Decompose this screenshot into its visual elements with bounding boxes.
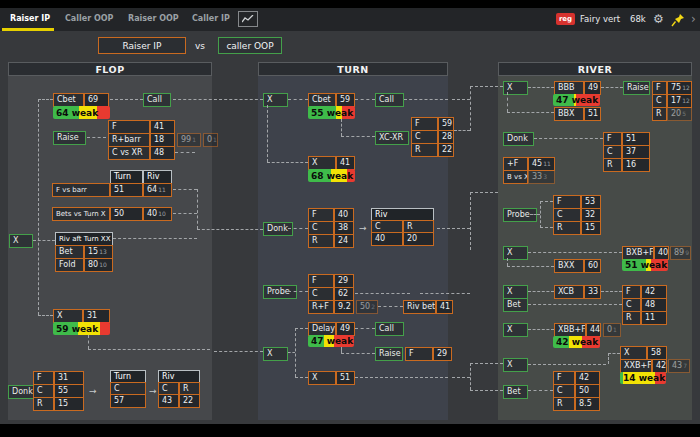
river-probe-row-r[interactable]: R 15 — [553, 221, 601, 235]
gear-icon[interactable]: ⚙ — [653, 13, 664, 25]
turn-probe-row-c[interactable]: C 62 — [308, 287, 354, 301]
turn-call2-node[interactable]: Call — [375, 322, 404, 336]
stat-label: C — [411, 130, 438, 144]
river-x3-node[interactable]: X — [503, 285, 528, 299]
turn-xcxr-node[interactable]: XC-XR — [375, 131, 409, 145]
river-probe-node[interactable]: Probe — [503, 208, 537, 222]
river-donk-row-f[interactable]: F 51 — [603, 132, 650, 146]
tab-caller-oop[interactable]: Caller OOP — [65, 8, 113, 28]
turn-check-node[interactable]: X 41 — [308, 156, 355, 170]
river-bet1-row-r[interactable]: R 11 — [622, 311, 667, 325]
turn-xcxr-row-f[interactable]: F 59 — [411, 117, 454, 131]
river-bbx-node[interactable]: BBX 51 — [554, 107, 601, 121]
turn-call-node[interactable]: Call — [375, 93, 404, 107]
turn-donk-node[interactable]: Donk — [263, 222, 293, 236]
action-label: X — [263, 347, 288, 361]
flop-check-node[interactable]: X 31 — [53, 309, 110, 323]
river-bet1-node[interactable]: Bet — [503, 298, 528, 312]
river-xxbf-node[interactable]: XXB+F 42 — [620, 359, 667, 373]
matchup-villain-box[interactable]: caller OOP — [218, 37, 282, 54]
turn-donk-row-c[interactable]: C 38 — [308, 221, 354, 235]
river-x58-node[interactable]: X 58 — [620, 346, 667, 360]
river-bet2-row-f[interactable]: F 42 — [553, 371, 600, 385]
river-xbbf-extra[interactable]: 01 — [603, 323, 621, 337]
river-x4-node[interactable]: X — [503, 323, 528, 337]
turn-donk-row-r[interactable]: R 24 — [308, 234, 354, 248]
flop-donk-turn-value[interactable]: 57 — [110, 394, 146, 408]
river-raise-row-r[interactable]: R 205 — [652, 107, 692, 121]
turn-xcxr-row-c[interactable]: C 28 — [411, 130, 454, 144]
tab-caller-ip[interactable]: Caller IP — [192, 8, 230, 28]
pin-icon[interactable] — [671, 12, 685, 31]
turn-xcxr-row-r[interactable]: R 22 — [411, 143, 454, 157]
turn-xx-node[interactable]: X 51 — [308, 371, 355, 385]
river-donk-node[interactable]: Donk — [503, 132, 534, 146]
river-bvsx-row[interactable]: B vs X 333 — [503, 170, 555, 184]
connector-line — [470, 86, 471, 131]
river-donk-row-c[interactable]: C 37 — [603, 145, 650, 159]
flop-vsraise-row-f[interactable]: F 41 — [108, 120, 175, 134]
river-raise-row-f[interactable]: F 7512 — [652, 81, 692, 95]
turn-x2-node[interactable]: X — [263, 347, 288, 361]
turn-cbet-node[interactable]: Cbet 59 — [308, 93, 355, 107]
chart-icon[interactable] — [238, 11, 258, 27]
flop-vsraise-extra1[interactable]: 991 — [177, 133, 201, 147]
connector-line — [540, 227, 553, 228]
river-bet2-node[interactable]: Bet — [503, 385, 528, 399]
river-xcb-node[interactable]: XCB 33 — [554, 285, 601, 299]
river-bet1-row-f[interactable]: F 42 — [622, 285, 667, 299]
river-probe-row-c[interactable]: C 32 — [553, 208, 601, 222]
flop-cbet-node[interactable]: Cbet 69 — [53, 93, 109, 107]
account-name[interactable]: Fairy vert — [580, 14, 620, 24]
connector-line — [470, 192, 498, 193]
river-xbbf-node[interactable]: XBB+F 44 — [554, 323, 601, 337]
river-donk-row-r[interactable]: R 16 — [603, 158, 650, 172]
turn-donk-row-f[interactable]: F 40 — [308, 208, 354, 222]
matchup-hero-box[interactable]: Raiser IP — [98, 37, 186, 54]
flop-rivaft-fold-row[interactable]: Fold 8010 — [55, 258, 113, 272]
flop-raise-node[interactable]: Raise — [53, 131, 86, 145]
river-bxbf-node[interactable]: BXB+F 40 — [622, 246, 669, 260]
flop-vsraise-row-rbarr[interactable]: R+barr 18 — [108, 133, 175, 147]
river-bxbf-extra[interactable]: 899 — [670, 246, 691, 260]
flop-rivaft-bet-row[interactable]: Bet 1513 — [55, 245, 113, 259]
stat-value: 55 — [54, 384, 84, 398]
river-bxx-node[interactable]: BXX 60 — [554, 259, 601, 273]
river-raise-node[interactable]: Raise — [623, 81, 650, 95]
turn-rivbet-node[interactable]: Riv bet 41 — [403, 300, 453, 314]
river-probe-row-f[interactable]: F 53 — [553, 195, 601, 209]
flop-vsraise-extra2[interactable]: 01 — [203, 133, 218, 147]
flop-donk-row-c[interactable]: C 55 — [33, 384, 84, 398]
river-bet2-row-r[interactable]: R 8.5 — [553, 397, 600, 411]
turn-raise-node[interactable]: Raise — [375, 347, 403, 361]
turn-probe-row-rf[interactable]: R+F 9.2 — [308, 300, 354, 314]
river-bet1-row-c[interactable]: C 48 — [622, 298, 667, 312]
flop-donk-row-f[interactable]: F 31 — [33, 371, 84, 385]
flop-x-node[interactable]: X — [9, 234, 33, 248]
river-bbb-node[interactable]: BBB 49 — [554, 81, 601, 95]
flop-call-node[interactable]: Call — [143, 93, 171, 107]
connector-line — [88, 335, 89, 349]
tab-raiser-oop[interactable]: Raiser OOP — [128, 8, 179, 28]
flop-donk-riv-values[interactable]: 43 22 — [158, 394, 200, 408]
turn-probe-node[interactable]: Probe — [263, 285, 297, 299]
river-bet2-row-c[interactable]: C 50 — [553, 384, 600, 398]
tab-raiser-ip[interactable]: Raiser IP — [10, 8, 50, 28]
turn-delay-node[interactable]: Delay 49 — [308, 322, 355, 336]
flop-vsraise-row-cvsxr[interactable]: C vs XR 48 — [108, 146, 175, 160]
turn-probe-row-f[interactable]: F 29 — [308, 274, 354, 288]
flop-betsvsturnx-row[interactable]: Bets vs Turn X 50 4010 — [52, 207, 172, 221]
river-xxbf-extra[interactable]: 437 — [668, 359, 690, 373]
turn-probe-extra[interactable]: 502 — [356, 300, 378, 314]
chevron-right-icon[interactable]: › — [691, 13, 696, 25]
flop-donk-row-r[interactable]: R 15 — [33, 397, 84, 411]
connector-line — [470, 390, 503, 391]
river-plusf-row[interactable]: +F 4511 — [503, 157, 555, 171]
bar-text: 59 weak — [56, 324, 98, 334]
turn-raise-f-row[interactable]: F 29 — [405, 347, 452, 361]
turn-donk-riv-values[interactable]: 40 20 — [371, 232, 434, 246]
river-x5-node[interactable]: X — [503, 358, 528, 372]
flop-fvsbarr-row[interactable]: F vs barr 51 6411 — [52, 183, 172, 197]
connector-line — [540, 201, 553, 202]
river-raise-row-c[interactable]: C 1712 — [652, 94, 692, 108]
